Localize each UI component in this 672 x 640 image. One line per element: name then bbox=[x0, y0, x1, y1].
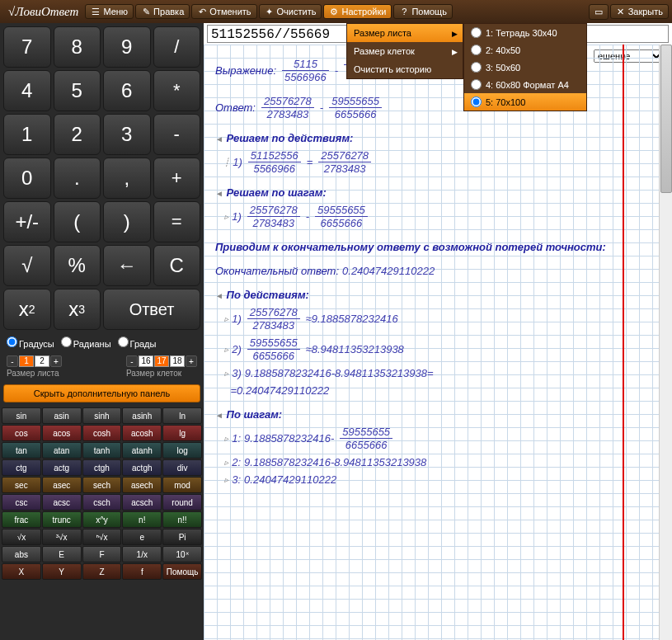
fn-cos[interactable]: cos bbox=[2, 425, 41, 441]
fn-actg[interactable]: actg bbox=[42, 459, 82, 476]
menu-clear-history[interactable]: Очистить историю bbox=[347, 60, 463, 78]
key-plusminus[interactable]: +/- bbox=[3, 201, 51, 242]
menu-cell-size[interactable]: Размер клеток▶ bbox=[347, 42, 463, 60]
fn-xy[interactable]: x^y bbox=[82, 511, 122, 528]
cell-plus[interactable]: + bbox=[186, 355, 197, 367]
fn-ctg[interactable]: ctg bbox=[2, 459, 41, 476]
key-divide[interactable]: / bbox=[153, 26, 201, 68]
fn-fx[interactable]: f bbox=[122, 563, 162, 580]
fn-div[interactable]: div bbox=[162, 459, 202, 476]
fn-nroot[interactable]: ⁿ√x bbox=[82, 529, 122, 545]
fn-sqrt[interactable]: √x bbox=[2, 529, 41, 545]
fn-acos[interactable]: acos bbox=[42, 425, 82, 441]
fn-lg[interactable]: lg bbox=[162, 425, 202, 441]
fn-atan[interactable]: atan bbox=[42, 442, 82, 459]
key-add[interactable]: + bbox=[153, 158, 201, 199]
fn-csc[interactable]: csc bbox=[2, 494, 41, 511]
fn-cbrt[interactable]: ³√x bbox=[42, 529, 82, 545]
minimize-button[interactable]: ▭ bbox=[589, 4, 609, 20]
key-sqrt[interactable]: √ bbox=[3, 245, 51, 286]
fn-sinh[interactable]: sinh bbox=[82, 407, 122, 424]
cell-val-17[interactable]: 17 bbox=[154, 355, 169, 367]
fn-help[interactable]: Помощь bbox=[162, 563, 202, 580]
sheet-minus[interactable]: - bbox=[7, 355, 18, 367]
key-2[interactable]: 2 bbox=[54, 114, 101, 155]
cell-minus[interactable]: - bbox=[126, 355, 138, 367]
fn-log[interactable]: log bbox=[162, 442, 202, 459]
key-multiply[interactable]: * bbox=[153, 70, 201, 111]
key-3[interactable]: 3 bbox=[103, 114, 151, 155]
key-5[interactable]: 5 bbox=[54, 70, 101, 111]
sheet-val-2[interactable]: 2 bbox=[35, 355, 49, 367]
scrollbar[interactable] bbox=[659, 45, 672, 640]
radio-grads[interactable]: Грады bbox=[118, 336, 157, 349]
scroll-thumb[interactable] bbox=[660, 45, 672, 193]
fn-cosh[interactable]: cosh bbox=[82, 425, 122, 441]
fn-asec[interactable]: asec bbox=[42, 477, 82, 493]
key-1[interactable]: 1 bbox=[3, 114, 51, 155]
fn-frac[interactable]: frac bbox=[2, 511, 41, 528]
size-option-2[interactable]: 2: 40x50 bbox=[464, 41, 586, 59]
cell-val-16[interactable]: 16 bbox=[139, 355, 153, 367]
fn-sec[interactable]: sec bbox=[2, 477, 41, 493]
fn-mod[interactable]: mod bbox=[162, 477, 202, 493]
fn-tanh[interactable]: tanh bbox=[82, 442, 122, 459]
sheet-val-1[interactable]: 1 bbox=[19, 355, 34, 367]
fn-F[interactable]: F bbox=[82, 546, 122, 562]
fn-nfact[interactable]: n! bbox=[122, 511, 162, 528]
fn-ctgh[interactable]: ctgh bbox=[82, 459, 122, 476]
radio-radians[interactable]: Радианы bbox=[61, 336, 111, 349]
sheet-plus[interactable]: + bbox=[50, 355, 62, 367]
key-0[interactable]: 0 bbox=[3, 158, 51, 199]
key-dot[interactable]: . bbox=[54, 158, 101, 199]
key-percent[interactable]: % bbox=[54, 245, 101, 286]
size-option-1[interactable]: 1: Тетрадь 30x40 bbox=[464, 24, 586, 41]
key-6[interactable]: 6 bbox=[103, 70, 151, 111]
size-option-4[interactable]: 4: 60x80 Формат A4 bbox=[464, 76, 586, 93]
key-x2[interactable]: x2 bbox=[3, 289, 51, 330]
fn-abs[interactable]: abs bbox=[2, 546, 41, 562]
fn-nfact2[interactable]: n!! bbox=[162, 511, 202, 528]
key-subtract[interactable]: - bbox=[153, 114, 201, 155]
clear-button[interactable]: ✦Очистить bbox=[259, 4, 322, 19]
key-4[interactable]: 4 bbox=[3, 70, 51, 111]
fn-E[interactable]: E bbox=[42, 546, 82, 562]
fn-asin[interactable]: asin bbox=[42, 407, 82, 424]
hide-panel-button[interactable]: Скрыть дополнительную панель bbox=[3, 384, 200, 402]
radio-degrees[interactable]: Градусы bbox=[7, 336, 54, 349]
fn-inv[interactable]: 1/x bbox=[122, 546, 162, 562]
fn-csch[interactable]: csch bbox=[82, 494, 122, 511]
cell-val-18[interactable]: 18 bbox=[170, 355, 185, 367]
fn-pi[interactable]: Pi bbox=[162, 529, 202, 545]
key-8[interactable]: 8 bbox=[54, 26, 101, 68]
fn-Z[interactable]: Z bbox=[82, 563, 122, 580]
key-7[interactable]: 7 bbox=[3, 26, 51, 68]
fn-trunc[interactable]: trunc bbox=[42, 511, 82, 528]
key-clear[interactable]: C bbox=[153, 245, 201, 286]
key-equals[interactable]: = bbox=[153, 201, 201, 242]
key-rparen[interactable]: ) bbox=[103, 201, 151, 242]
fn-actgh[interactable]: actgh bbox=[122, 459, 162, 476]
fn-atanh[interactable]: atanh bbox=[122, 442, 162, 459]
close-button[interactable]: ✕Закрыть bbox=[610, 4, 669, 19]
settings-button[interactable]: ⚙Настройки bbox=[323, 4, 392, 19]
fn-Y[interactable]: Y bbox=[42, 563, 82, 580]
fn-ln[interactable]: ln bbox=[162, 407, 202, 424]
key-answer[interactable]: Ответ bbox=[103, 289, 200, 330]
menu-sheet-size[interactable]: Размер листа▶ bbox=[347, 24, 463, 42]
fn-e[interactable]: e bbox=[122, 529, 162, 545]
undo-button[interactable]: ↶Отменить bbox=[191, 4, 256, 19]
key-9[interactable]: 9 bbox=[103, 26, 151, 68]
size-option-5[interactable]: 5: 70x100 bbox=[464, 93, 586, 111]
key-backspace[interactable]: ← bbox=[103, 245, 151, 286]
menu-button[interactable]: ☰Меню bbox=[85, 4, 134, 19]
key-lparen[interactable]: ( bbox=[54, 201, 101, 242]
help-button[interactable]: ?Помощь bbox=[393, 4, 453, 19]
key-comma[interactable]: , bbox=[103, 158, 151, 199]
fn-asech[interactable]: asech bbox=[122, 477, 162, 493]
fn-tan[interactable]: tan bbox=[2, 442, 41, 459]
fn-acsch[interactable]: acsch bbox=[122, 494, 162, 511]
fn-asinh[interactable]: asinh bbox=[122, 407, 162, 424]
key-x3[interactable]: x3 bbox=[54, 289, 101, 330]
fn-acsc[interactable]: acsc bbox=[42, 494, 82, 511]
